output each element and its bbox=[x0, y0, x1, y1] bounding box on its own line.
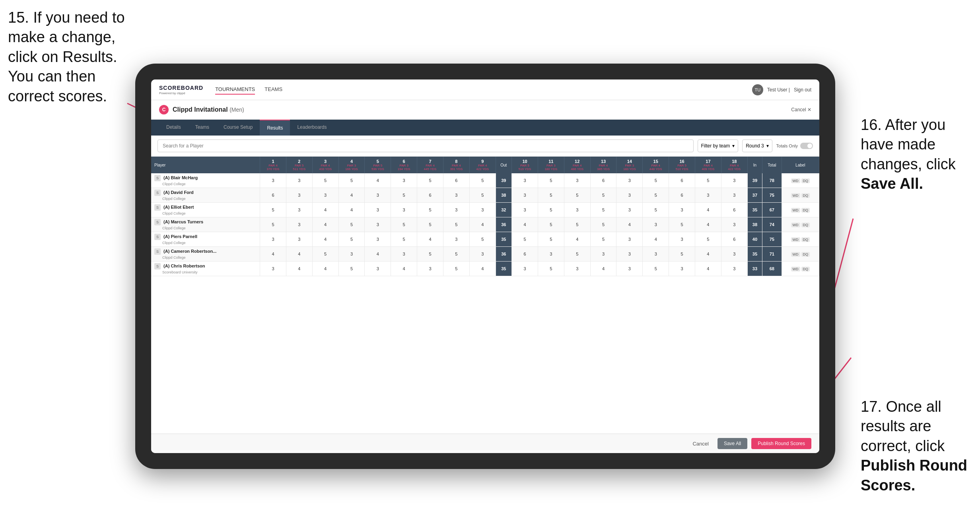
badge-dq[interactable]: DQ bbox=[801, 237, 810, 242]
score-h10[interactable]: 5 bbox=[512, 232, 538, 247]
score-h8[interactable]: 3 bbox=[443, 232, 469, 247]
score-h12[interactable]: 5 bbox=[564, 217, 590, 232]
badge-wd[interactable]: WD bbox=[791, 208, 800, 213]
score-h3[interactable]: 5 bbox=[312, 247, 338, 262]
score-h14[interactable]: 3 bbox=[616, 173, 643, 188]
score-h16[interactable]: 6 bbox=[669, 173, 695, 188]
score-h3[interactable]: 3 bbox=[312, 188, 338, 203]
score-h1[interactable]: 3 bbox=[260, 232, 286, 247]
score-h1[interactable]: 5 bbox=[260, 203, 286, 217]
score-h15[interactable]: 3 bbox=[643, 217, 669, 232]
score-h18[interactable]: 3 bbox=[721, 188, 747, 203]
score-h2[interactable]: 4 bbox=[286, 247, 312, 262]
badge-wd[interactable]: WD bbox=[791, 193, 800, 198]
score-h5[interactable]: 3 bbox=[365, 232, 391, 247]
score-h10[interactable]: 3 bbox=[512, 173, 538, 188]
score-h13[interactable]: 4 bbox=[590, 262, 616, 276]
score-h14[interactable]: 4 bbox=[616, 217, 643, 232]
score-h10[interactable]: 3 bbox=[512, 188, 538, 203]
score-h9[interactable]: 5 bbox=[469, 232, 496, 247]
score-h18[interactable]: 3 bbox=[721, 173, 747, 188]
score-h11[interactable]: 5 bbox=[538, 188, 564, 203]
score-h5[interactable]: 3 bbox=[365, 188, 391, 203]
score-h2[interactable]: 3 bbox=[286, 188, 312, 203]
tab-teams[interactable]: Teams bbox=[188, 120, 216, 136]
badge-wd[interactable]: WD bbox=[791, 178, 800, 183]
score-h4[interactable]: 5 bbox=[338, 217, 365, 232]
score-h15[interactable]: 4 bbox=[643, 232, 669, 247]
score-h8[interactable]: 5 bbox=[443, 262, 469, 276]
score-h5[interactable]: 3 bbox=[365, 262, 391, 276]
score-h11[interactable]: 5 bbox=[538, 232, 564, 247]
score-h9[interactable]: 5 bbox=[469, 188, 496, 203]
score-h8[interactable]: 5 bbox=[443, 247, 469, 262]
score-h5[interactable]: 4 bbox=[365, 247, 391, 262]
score-h11[interactable]: 5 bbox=[538, 203, 564, 217]
score-h2[interactable]: 3 bbox=[286, 203, 312, 217]
score-h7[interactable]: 5 bbox=[417, 173, 443, 188]
score-h17[interactable]: 4 bbox=[695, 247, 721, 262]
score-h15[interactable]: 5 bbox=[643, 188, 669, 203]
score-h18[interactable]: 3 bbox=[721, 262, 747, 276]
score-h8[interactable]: 6 bbox=[443, 173, 469, 188]
score-h3[interactable]: 4 bbox=[312, 262, 338, 276]
score-h9[interactable]: 5 bbox=[469, 173, 496, 188]
score-h11[interactable]: 5 bbox=[538, 217, 564, 232]
badge-dq[interactable]: DQ bbox=[801, 223, 810, 227]
score-h12[interactable]: 5 bbox=[564, 188, 590, 203]
score-h4[interactable]: 5 bbox=[338, 173, 365, 188]
score-h14[interactable]: 3 bbox=[616, 203, 643, 217]
badge-wd[interactable]: WD bbox=[791, 237, 800, 242]
nav-tournaments[interactable]: TOURNAMENTS bbox=[215, 85, 255, 95]
score-h4[interactable]: 4 bbox=[338, 188, 365, 203]
score-h15[interactable]: 5 bbox=[643, 203, 669, 217]
badge-dq[interactable]: DQ bbox=[801, 267, 810, 271]
score-h3[interactable]: 5 bbox=[312, 173, 338, 188]
score-h17[interactable]: 3 bbox=[695, 188, 721, 203]
score-h16[interactable]: 6 bbox=[669, 188, 695, 203]
score-h1[interactable]: 6 bbox=[260, 188, 286, 203]
cancel-action-button[interactable]: Cancel bbox=[688, 438, 713, 449]
score-h16[interactable]: 3 bbox=[669, 203, 695, 217]
score-h17[interactable]: 4 bbox=[695, 203, 721, 217]
score-h15[interactable]: 3 bbox=[643, 247, 669, 262]
score-h7[interactable]: 4 bbox=[417, 232, 443, 247]
score-h14[interactable]: 3 bbox=[616, 188, 643, 203]
badge-wd[interactable]: WD bbox=[791, 252, 800, 257]
badge-wd[interactable]: WD bbox=[791, 267, 800, 271]
score-h15[interactable]: 5 bbox=[643, 262, 669, 276]
badge-dq[interactable]: DQ bbox=[801, 208, 810, 213]
score-h6[interactable]: 3 bbox=[391, 203, 417, 217]
score-h17[interactable]: 5 bbox=[695, 232, 721, 247]
score-h7[interactable]: 3 bbox=[417, 262, 443, 276]
score-h15[interactable]: 5 bbox=[643, 173, 669, 188]
score-h9[interactable]: 4 bbox=[469, 217, 496, 232]
score-h7[interactable]: 5 bbox=[417, 203, 443, 217]
score-h12[interactable]: 4 bbox=[564, 232, 590, 247]
score-h16[interactable]: 5 bbox=[669, 217, 695, 232]
score-h8[interactable]: 3 bbox=[443, 203, 469, 217]
score-h5[interactable]: 4 bbox=[365, 173, 391, 188]
score-h13[interactable]: 3 bbox=[590, 247, 616, 262]
score-h13[interactable]: 5 bbox=[590, 232, 616, 247]
score-h4[interactable]: 3 bbox=[338, 247, 365, 262]
score-h17[interactable]: 4 bbox=[695, 217, 721, 232]
score-h7[interactable]: 5 bbox=[417, 217, 443, 232]
score-h16[interactable]: 3 bbox=[669, 262, 695, 276]
score-h13[interactable]: 5 bbox=[590, 188, 616, 203]
score-h10[interactable]: 6 bbox=[512, 247, 538, 262]
score-h1[interactable]: 5 bbox=[260, 217, 286, 232]
tab-results[interactable]: Results bbox=[260, 120, 290, 136]
score-h1[interactable]: 3 bbox=[260, 262, 286, 276]
score-h3[interactable]: 4 bbox=[312, 217, 338, 232]
score-h2[interactable]: 4 bbox=[286, 262, 312, 276]
score-h6[interactable]: 5 bbox=[391, 188, 417, 203]
score-h3[interactable]: 4 bbox=[312, 232, 338, 247]
score-h16[interactable]: 3 bbox=[669, 232, 695, 247]
score-h18[interactable]: 6 bbox=[721, 232, 747, 247]
score-h9[interactable]: 4 bbox=[469, 262, 496, 276]
badge-dq[interactable]: DQ bbox=[801, 178, 810, 183]
score-h5[interactable]: 3 bbox=[365, 203, 391, 217]
score-h18[interactable]: 6 bbox=[721, 203, 747, 217]
score-h18[interactable]: 3 bbox=[721, 217, 747, 232]
